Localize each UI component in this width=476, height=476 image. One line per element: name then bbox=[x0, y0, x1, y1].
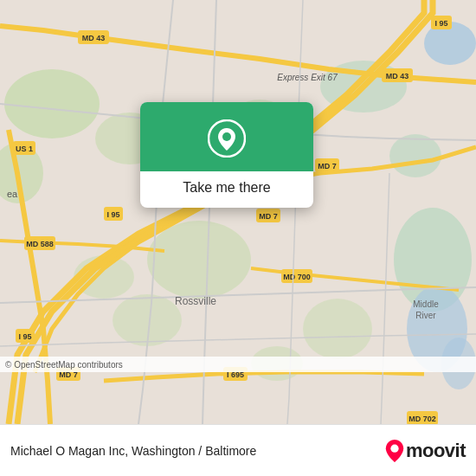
popup-card: Take me there bbox=[140, 102, 313, 208]
svg-text:US 1: US 1 bbox=[16, 145, 33, 153]
svg-text:Rossville: Rossville bbox=[175, 295, 216, 307]
svg-point-48 bbox=[222, 132, 231, 141]
svg-text:MD 7: MD 7 bbox=[259, 212, 278, 221]
svg-text:I 95: I 95 bbox=[434, 19, 447, 28]
svg-point-1 bbox=[4, 69, 100, 138]
svg-point-5 bbox=[147, 221, 251, 299]
moovit-label: moovit bbox=[406, 440, 466, 462]
popup-green-area bbox=[140, 102, 313, 171]
moovit-logo: moovit bbox=[385, 440, 466, 462]
svg-point-9 bbox=[389, 134, 441, 177]
map-container: I 95 MD 43 MD 43 Express Exit 67 US 1 MD… bbox=[0, 0, 476, 424]
svg-text:MD 588: MD 588 bbox=[26, 240, 54, 248]
attribution-text: © OpenStreetMap contributors bbox=[5, 360, 123, 370]
svg-text:MD 43: MD 43 bbox=[386, 72, 409, 80]
bottom-bar: Michael O Magan Inc, Washington / Baltim… bbox=[0, 424, 476, 476]
take-me-there-button[interactable]: Take me there bbox=[169, 171, 284, 208]
svg-text:MD 702: MD 702 bbox=[408, 415, 436, 423]
svg-point-11 bbox=[303, 299, 372, 359]
svg-text:MD 700: MD 700 bbox=[283, 273, 311, 281]
moovit-pin-icon bbox=[385, 440, 404, 462]
svg-text:Express Exit 67: Express Exit 67 bbox=[277, 73, 338, 82]
svg-text:Middle: Middle bbox=[413, 299, 439, 309]
svg-text:MD 7: MD 7 bbox=[318, 162, 337, 170]
attribution-bar: © OpenStreetMap contributors bbox=[0, 357, 476, 372]
place-name: Michael O Magan Inc, Washington / Baltim… bbox=[10, 444, 256, 458]
svg-text:MD 43: MD 43 bbox=[82, 34, 106, 42]
svg-text:I 95: I 95 bbox=[18, 332, 31, 341]
svg-text:I 95: I 95 bbox=[106, 210, 119, 219]
svg-text:River: River bbox=[415, 311, 436, 320]
svg-text:ea: ea bbox=[7, 189, 18, 199]
svg-point-49 bbox=[390, 444, 398, 452]
location-pin-icon bbox=[208, 119, 246, 158]
